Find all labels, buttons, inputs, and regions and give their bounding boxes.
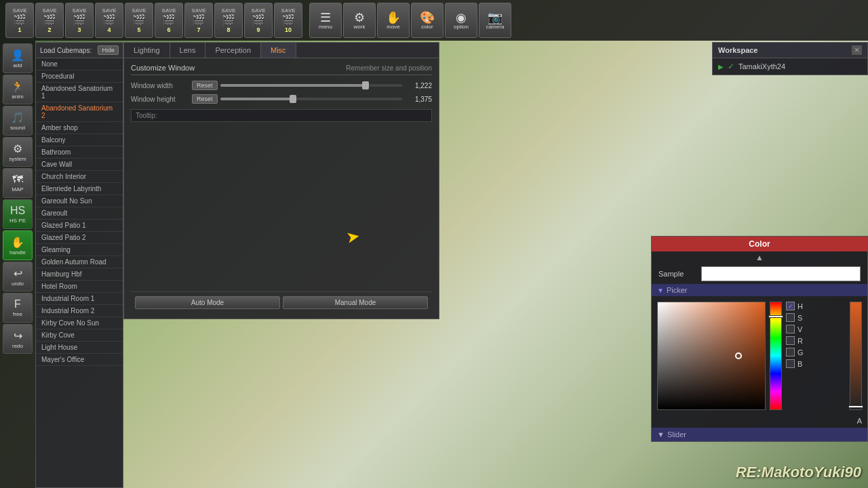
save-button-2[interactable]: SAVE 🎬 2 xyxy=(35,3,64,38)
move-icon: ✋ xyxy=(386,12,401,24)
channel-label-s: S xyxy=(797,314,806,322)
workspace-close-button[interactable]: × xyxy=(852,45,862,55)
save-button-9[interactable]: SAVE 🎬 9 xyxy=(244,3,273,38)
alpha-strip[interactable] xyxy=(850,302,862,410)
cubemap-item-abandoned-sanatorium-1[interactable]: Abandoned Sanatorium 1 xyxy=(36,83,123,102)
cubemap-item-hamburg-hbf[interactable]: Hamburg Hbf xyxy=(36,268,123,281)
cubemap-item-industrial-room-1[interactable]: Industrial Room 1 xyxy=(36,293,123,305)
cubemap-item-golden-autumn-road[interactable]: Golden Autumn Road xyxy=(36,256,123,268)
manual-mode-button[interactable]: Manual Mode xyxy=(283,296,428,309)
window-height-slider[interactable] xyxy=(220,98,402,100)
sidebar-button-hs-pe[interactable]: HS HS PE xyxy=(3,199,33,229)
cubemap-item-gleaming[interactable]: Gleaming xyxy=(36,244,123,256)
sidebar-button-undo[interactable]: ↩ undo xyxy=(3,262,33,291)
sidebar-button-system[interactable]: ⚙ system xyxy=(3,137,33,167)
save-button-1[interactable]: SAVE 🎬 1 xyxy=(5,3,34,38)
cubemap-panel: Load Cubemaps: Hide NoneProceduralAbando… xyxy=(35,42,123,488)
cubemap-item-balcony[interactable]: Balcony xyxy=(36,134,123,146)
picker-header[interactable]: ▼ Picker xyxy=(652,284,867,296)
redo-sidebar-icon: ↪ xyxy=(14,329,22,342)
save-button-7[interactable]: SAVE 🎬 7 xyxy=(184,3,213,38)
camera-icon: 📷 xyxy=(488,12,502,24)
settings-tab-lighting[interactable]: Lighting xyxy=(124,43,170,58)
cubemap-item-bathroom[interactable]: Bathroom xyxy=(36,146,123,159)
save-label: SAVE xyxy=(221,7,235,14)
tool-button-work[interactable]: ⚙ work xyxy=(343,3,376,38)
hue-cursor xyxy=(768,315,783,318)
sidebar-button-free[interactable]: F free xyxy=(3,293,33,323)
color-icon: 🎨 xyxy=(420,12,435,24)
tooltip-label: Tooltip: xyxy=(136,112,157,119)
cubemap-item-abandoned-sanatorium-2[interactable]: Abandoned Sanatorium 2 xyxy=(36,102,123,122)
save-label: SAVE xyxy=(102,7,116,14)
channel-check-h[interactable] xyxy=(786,302,795,310)
add-sidebar-label: add xyxy=(13,62,22,68)
workspace-header: Workspace × xyxy=(713,43,867,58)
alpha-row: A xyxy=(652,415,867,428)
window-width-reset[interactable]: Reset xyxy=(192,81,218,90)
tool-button-color[interactable]: 🎨 color xyxy=(411,3,443,38)
hue-strip[interactable] xyxy=(770,302,782,410)
cubemap-item-gareoult-no-sun[interactable]: Gareoult No Sun xyxy=(36,195,123,207)
cubemap-item-cave-wall[interactable]: Cave Wall xyxy=(36,159,123,171)
channel-check-b[interactable] xyxy=(786,359,795,368)
film-icon: 🎬 xyxy=(222,14,235,26)
cubemap-item-mayer's-office[interactable]: Mayer's Office xyxy=(36,354,123,366)
hide-button[interactable]: Hide xyxy=(98,45,119,55)
save-label: SAVE xyxy=(161,7,176,14)
color-gradient-cursor xyxy=(735,352,742,359)
settings-tab-lens[interactable]: Lens xyxy=(170,43,206,58)
work-label: work xyxy=(354,24,366,30)
sidebar-button-map[interactable]: 🗺 MAP xyxy=(3,168,33,198)
cubemap-item-glazed-patio-1[interactable]: Glazed Patio 1 xyxy=(36,220,123,232)
channel-check-g[interactable] xyxy=(786,348,795,357)
sidebar-button-redo[interactable]: ↪ redo xyxy=(3,324,33,354)
tool-button-menu[interactable]: ☰ menu xyxy=(309,3,342,38)
sample-color-box[interactable] xyxy=(701,266,861,281)
cubemap-item-none[interactable]: None xyxy=(36,58,123,70)
settings-tab-misc[interactable]: Misc xyxy=(261,43,296,58)
cubemap-item-kirby-cove-no-sun[interactable]: Kirby Cove No Sun xyxy=(36,317,123,329)
cubemap-item-hotel-room[interactable]: Hotel Room xyxy=(36,281,123,293)
cubemap-item-industrial-room-2[interactable]: Industrial Room 2 xyxy=(36,305,123,317)
sidebar-button-sound[interactable]: 🎵 sound xyxy=(3,106,33,136)
auto-mode-button[interactable]: Auto Mode xyxy=(135,296,280,309)
sidebar-button-handle[interactable]: ✋ handle xyxy=(3,230,33,260)
save-button-6[interactable]: SAVE 🎬 6 xyxy=(155,3,183,38)
option-label: option xyxy=(454,24,469,30)
window-width-label: Window width xyxy=(131,82,192,89)
tool-button-camera[interactable]: 📷 camera xyxy=(479,3,511,38)
cubemap-item-kirby-cove[interactable]: Kirby Cove xyxy=(36,329,123,342)
cubemap-item-amber-shop[interactable]: Amber shop xyxy=(36,122,123,134)
save-button-3[interactable]: SAVE 🎬 3 xyxy=(65,3,94,38)
channel-check-s[interactable] xyxy=(786,313,795,322)
channel-label-b: B xyxy=(797,360,806,368)
cubemap-item-glazed-patio-2[interactable]: Glazed Patio 2 xyxy=(36,232,123,244)
camera-label: camera xyxy=(486,24,505,30)
cubemap-item-church-interior[interactable]: Church Interior xyxy=(36,171,123,183)
window-width-row: Window width Reset 1,222 xyxy=(131,81,432,90)
workspace-item[interactable]: ▶ ✓ TamakiXyth24 xyxy=(713,58,867,75)
tool-button-option[interactable]: ◉ option xyxy=(445,3,477,38)
save-label: SAVE xyxy=(281,7,295,14)
channel-label-h: H xyxy=(797,302,806,310)
save-label: SAVE xyxy=(132,7,146,14)
sidebar-button-add[interactable]: 👤 add xyxy=(3,43,33,73)
slider-header[interactable]: ▼ Slider xyxy=(652,428,867,441)
settings-tab-perception[interactable]: Perception xyxy=(205,43,261,58)
sidebar-button-anim[interactable]: 🏃 anim xyxy=(3,75,33,104)
cubemap-item-ellenriede-labyrinth[interactable]: Ellenriede Labyrinth xyxy=(36,183,123,195)
tool-button-move[interactable]: ✋ move xyxy=(377,3,410,38)
cubemap-item-light-house[interactable]: Light House xyxy=(36,342,123,354)
cubemap-item-procedural[interactable]: Procedural xyxy=(36,70,123,83)
window-width-slider[interactable] xyxy=(220,84,402,87)
window-height-reset[interactable]: Reset xyxy=(192,94,218,104)
save-button-10[interactable]: SAVE 🎬 10 xyxy=(274,3,302,38)
save-button-8[interactable]: SAVE 🎬 8 xyxy=(214,3,243,38)
color-gradient-picker[interactable] xyxy=(657,302,766,410)
save-button-5[interactable]: SAVE 🎬 5 xyxy=(125,3,153,38)
save-button-4[interactable]: SAVE 🎬 4 xyxy=(95,3,123,38)
channel-check-r[interactable] xyxy=(786,336,795,345)
channel-check-v[interactable] xyxy=(786,325,795,333)
cubemap-item-gareoult[interactable]: Gareoult xyxy=(36,207,123,220)
